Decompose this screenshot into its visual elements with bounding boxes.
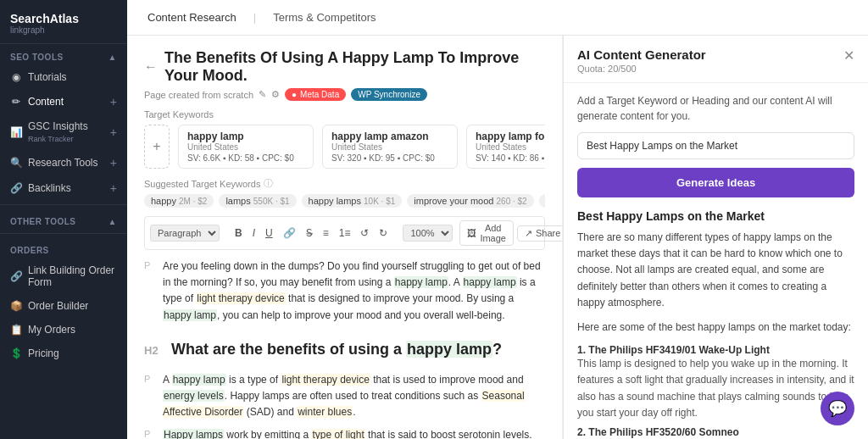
sidebar-item-pricing[interactable]: 💲 Pricing — [0, 342, 127, 365]
format-select[interactable]: Paragraph H1 H2 — [150, 225, 220, 242]
tag-improve-mood[interactable]: improve your mood 260 · $2 — [407, 194, 533, 208]
main-area: Content Research | Terms & Competitors ←… — [127, 0, 868, 439]
ai-result-list-intro: Here are some of the best happy lamps on… — [577, 320, 854, 336]
wp-badge[interactable]: WP Synchronize — [351, 88, 427, 101]
ai-keyword-input[interactable] — [577, 132, 854, 159]
highlight-happy-lamp-2: happy lamp — [463, 276, 517, 288]
hl-winter-blues: winter blues — [297, 406, 353, 418]
highlight-light-therapy: light therapy device — [196, 292, 285, 304]
ai-header-text: AI Content Generator Quota: 20/500 — [577, 47, 706, 74]
editor-header: ← The Benefits Of Using A Happy Lamp To … — [144, 49, 545, 85]
sidebar-item-label: Content — [28, 96, 64, 108]
paragraph-3: P Happy lamps work by emitting a type of… — [144, 427, 545, 439]
para-label-3: P — [144, 427, 156, 439]
redo-button[interactable]: ↻ — [376, 225, 391, 241]
divider2 — [0, 233, 127, 234]
kw-name-3: happy lamp for sad — [476, 131, 545, 142]
para-text-2: A happy lamp is a type of light therapy … — [163, 372, 545, 421]
ai-result-intro: There are so many different types of hap… — [577, 230, 854, 311]
kw-stats-2: SV: 320 ▪ KD: 95 ▪ CPC: $0 — [331, 153, 448, 163]
ordered-list-button[interactable]: 1≡ — [336, 225, 354, 241]
bold-button[interactable]: B — [231, 225, 246, 241]
sidebar-item-my-orders[interactable]: 📋 My Orders — [0, 318, 127, 342]
tag-happy[interactable]: happy 2M · $2 — [144, 194, 214, 208]
research-icon: 🔍 — [10, 157, 22, 169]
keywords-section-label: Target Keywords — [144, 109, 545, 119]
tag-happy-lamps[interactable]: happy lamps 10K · $1 — [302, 194, 403, 208]
edit-icon[interactable]: ✎ — [259, 89, 266, 100]
meta-label: Meta Data — [300, 90, 339, 99]
ai-close-button[interactable]: ✕ — [843, 47, 854, 64]
tag-happy-light[interactable]: happy light 15K · $1 — [539, 194, 545, 208]
share-button[interactable]: ↗ Share — [517, 225, 563, 242]
link-button[interactable]: 🔗 — [280, 225, 299, 241]
seo-tools-section: SEO TOOLS ▲ — [0, 44, 127, 65]
underline-button[interactable]: U — [262, 225, 276, 241]
nav-terms-competitors[interactable]: Terms & Competitors — [270, 11, 379, 24]
settings-icon[interactable]: ⚙ — [271, 89, 280, 100]
add-keyword-button[interactable]: + — [144, 125, 170, 169]
add-image-button[interactable]: 🖼 Add Image — [459, 220, 514, 246]
italic-button[interactable]: I — [249, 225, 259, 241]
hl-light-therapy: light therapy device — [281, 374, 370, 386]
backlinks-icon: 🔗 — [10, 182, 22, 194]
generate-button[interactable]: Generate Ideas — [577, 168, 854, 197]
zoom-select[interactable]: 100% — [403, 225, 453, 242]
h2-container: H2 What are the benefits of using a happ… — [144, 331, 545, 367]
para-label-1: P — [144, 258, 156, 270]
keywords-row: + happy lamp United States SV: 6.6K ▪ KD… — [144, 125, 545, 169]
sidebar-item-label: Tutorials — [28, 71, 67, 83]
sidebar-item-content[interactable]: ✏ Content + — [0, 89, 127, 114]
sidebar-item-research[interactable]: 🔍 Research Tools + — [0, 150, 127, 175]
tag-row: happy 2M · $2 lamps 550K · $1 happy lamp… — [144, 194, 545, 208]
expand-icon: + — [110, 125, 117, 139]
content-icon: ✏ — [10, 96, 22, 108]
undo-button[interactable]: ↺ — [357, 225, 372, 241]
highlight-happy-lamp: happy lamp — [394, 276, 448, 288]
ai-panel-title: AI Content Generator — [577, 47, 706, 62]
info-icon: ⓘ — [264, 177, 273, 190]
sidebar-item-backlinks[interactable]: 🔗 Backlinks + — [0, 175, 127, 201]
ai-result-title: Best Happy Lamps on the Market — [577, 209, 854, 223]
kw-name-1: happy lamp — [187, 131, 304, 142]
back-button[interactable]: ← — [144, 59, 158, 75]
kw-stats-1: SV: 6.6K ▪ KD: 58 ▪ CPC: $0 — [187, 153, 304, 163]
sidebar-item-order-builder[interactable]: 📦 Order Builder — [0, 294, 127, 318]
tutorials-icon: ◉ — [10, 71, 22, 83]
ai-quota: Quota: 20/500 — [577, 64, 706, 74]
sidebar-item-gsc[interactable]: 📊 GSC Insights Rank Tracker + — [0, 114, 127, 150]
pricing-icon: 💲 — [10, 347, 22, 359]
highlight-happy-lamp-h2: happy lamp — [406, 341, 492, 358]
share-icon: ↗ — [525, 228, 532, 239]
document-content: P Are you feeling down in the dumps? Do … — [144, 258, 545, 439]
list-button[interactable]: ≡ — [320, 225, 332, 241]
chat-bubble-button[interactable]: 💬 — [821, 392, 854, 425]
top-nav: Content Research | Terms & Competitors — [127, 0, 868, 36]
strikethrough-button[interactable]: S̶ — [303, 225, 316, 241]
meta-badge[interactable]: ● Meta Data — [285, 88, 346, 101]
sidebar-item-label: Backlinks — [28, 182, 71, 194]
expand-icon: + — [110, 181, 117, 195]
paragraph-2: P A happy lamp is a type of light therap… — [144, 372, 545, 421]
subtitle-text: Page created from scratch — [144, 90, 253, 100]
sidebar-item-link-building[interactable]: 🔗 Link Building Order Form — [0, 258, 127, 294]
sidebar-item-label: GSC Insights Rank Tracker — [28, 120, 104, 144]
sidebar-item-label: Order Builder — [28, 300, 88, 312]
ai-description: Add a Target Keyword or Heading and our … — [577, 93, 854, 124]
h2-heading: What are the benefits of using a happy l… — [171, 341, 502, 358]
kw-stats-3: SV: 140 ▪ KD: 86 ▪ CPC: $0 — [476, 153, 545, 163]
sidebar-item-tutorials[interactable]: ◉ Tutorials — [0, 65, 127, 89]
page-title: The Benefits Of Using A Happy Lamp To Im… — [164, 49, 545, 85]
editor-panel: ← The Benefits Of Using A Happy Lamp To … — [127, 36, 563, 439]
kw-loc-3: United States — [476, 142, 545, 152]
para-text-1: Are you feeling down in the dumps? Do yo… — [163, 258, 545, 324]
sidebar-item-label: My Orders — [28, 324, 75, 336]
sidebar-item-label: Pricing — [28, 347, 59, 359]
kw-name-2: happy lamp amazon — [331, 131, 448, 142]
content-body: ← The Benefits Of Using A Happy Lamp To … — [127, 36, 868, 439]
meta-dot: ● — [292, 90, 297, 99]
tag-lamps[interactable]: lamps 550K · $1 — [219, 194, 296, 208]
brand-sub: linkgraph — [10, 25, 117, 35]
nav-content-research[interactable]: Content Research — [144, 11, 240, 24]
highlight-happy-lamp-3: happy lamp — [163, 309, 217, 321]
